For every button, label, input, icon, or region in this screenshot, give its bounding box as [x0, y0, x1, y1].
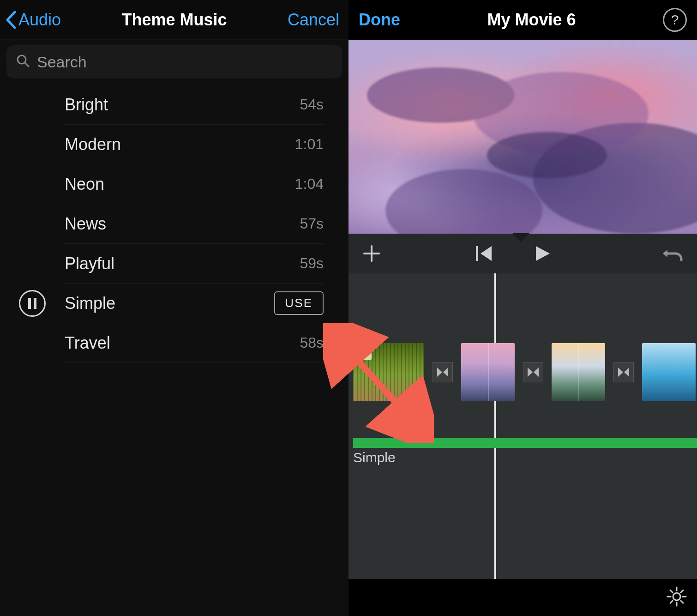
theme-track-row[interactable]: SimpleUSE — [0, 284, 348, 323]
play-button[interactable] — [533, 244, 552, 263]
pause-icon — [28, 298, 36, 309]
track-name: Bright — [65, 95, 108, 115]
svg-line-11 — [681, 601, 683, 603]
playhead-line — [494, 273, 496, 579]
video-preview — [348, 40, 697, 234]
svg-line-10 — [670, 590, 673, 592]
theme-track-row[interactable]: Modern1:01 — [0, 125, 348, 164]
track-duration: 54s — [300, 96, 324, 113]
track-name: Simple — [65, 294, 115, 313]
add-media-button[interactable] — [361, 243, 382, 264]
settings-button[interactable] — [667, 586, 687, 609]
track-duration: 58s — [300, 334, 324, 351]
audio-track-label: Simple — [353, 450, 396, 465]
page-title: Theme Music — [61, 10, 288, 30]
transition-3[interactable] — [613, 362, 634, 382]
skip-back-button[interactable] — [475, 245, 493, 262]
track-name: Playful — [65, 254, 114, 273]
audio-track[interactable] — [353, 438, 697, 448]
search-field[interactable] — [6, 45, 342, 79]
track-duration: 1:04 — [295, 175, 324, 193]
video-clip-4[interactable] — [642, 343, 696, 401]
track-name: Travel — [65, 333, 110, 353]
pause-button[interactable] — [19, 290, 46, 317]
theme-track-row[interactable]: News57s — [0, 204, 348, 244]
track-name: Neon — [65, 175, 104, 194]
theme-track-row[interactable]: Neon1:04 — [0, 164, 348, 204]
title-badge: T — [358, 346, 372, 360]
theme-track-row[interactable]: Bright54s — [0, 85, 348, 125]
track-name: Modern — [65, 135, 121, 154]
cancel-button[interactable]: Cancel — [288, 10, 339, 30]
video-clip-1[interactable]: T — [353, 343, 424, 401]
track-name: News — [65, 214, 106, 234]
svg-line-13 — [670, 601, 673, 603]
theme-track-row[interactable]: Travel58s — [0, 323, 348, 363]
svg-line-12 — [681, 590, 683, 592]
back-button[interactable]: Audio — [5, 10, 61, 30]
svg-line-1 — [25, 63, 29, 66]
track-duration: 1:01 — [295, 136, 324, 153]
help-button[interactable]: ? — [663, 8, 687, 32]
timeline[interactable]: T Simple — [348, 273, 697, 579]
svg-rect-4 — [476, 246, 478, 261]
track-duration: 59s — [300, 255, 324, 272]
project-title: My Movie 6 — [400, 10, 663, 30]
video-clip-3[interactable] — [552, 343, 605, 401]
playhead-marker-icon — [512, 233, 529, 242]
video-clip-2[interactable] — [461, 343, 515, 401]
transition-1[interactable] — [433, 362, 453, 382]
use-button[interactable]: USE — [274, 291, 324, 315]
track-duration: 57s — [300, 215, 324, 232]
theme-track-row[interactable]: Playful59s — [0, 244, 348, 284]
help-icon: ? — [671, 12, 679, 28]
svg-point-5 — [673, 593, 680, 600]
back-label: Audio — [18, 10, 61, 30]
done-button[interactable]: Done — [359, 10, 400, 30]
transition-2[interactable] — [523, 362, 543, 382]
undo-button[interactable] — [662, 245, 684, 262]
search-icon — [16, 54, 30, 70]
chevron-left-icon — [5, 10, 17, 30]
search-input[interactable] — [37, 53, 333, 71]
